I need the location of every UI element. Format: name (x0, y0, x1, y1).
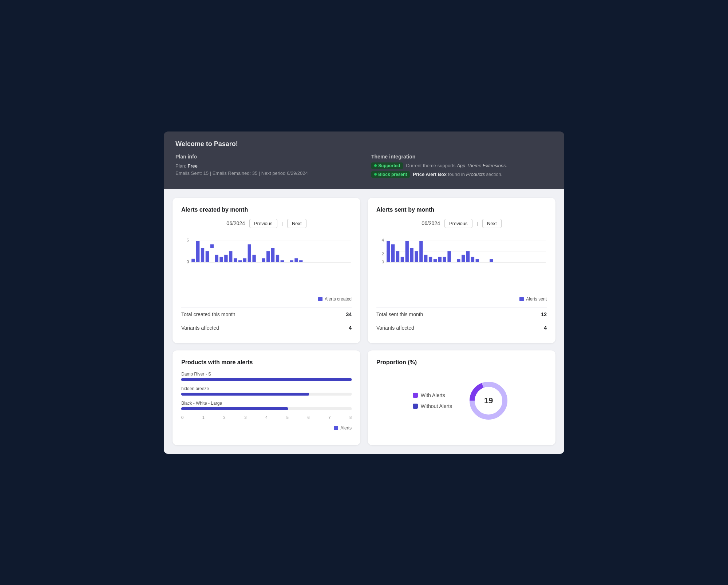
plan-value: Free (187, 163, 197, 169)
alerts-created-legend-dot (318, 297, 323, 301)
hbar-row-2: hidden breeze (181, 386, 352, 396)
alerts-created-legend: Alerts created (181, 297, 352, 302)
alerts-sent-bar-chart: 4 2 0 (376, 234, 547, 292)
alerts-sent-prev-button[interactable]: Previous (444, 219, 472, 228)
proportion-title: Proportion (%) (376, 359, 547, 366)
total-sent-value: 12 (541, 311, 547, 317)
total-sent-row: Total sent this month 12 (376, 307, 547, 321)
products-hbar-chart: Damp River - S hidden breeze Black - Whi… (181, 372, 352, 420)
hbar-track-3 (181, 407, 352, 410)
plan-info-section: Plan info Plan: Free Emails Sent: 15 | E… (175, 154, 357, 180)
donut-center-value: 19 (484, 396, 493, 405)
svg-rect-54 (443, 256, 446, 262)
alerts-sent-nav-sep: | (477, 221, 478, 226)
svg-rect-53 (438, 256, 442, 262)
svg-text:0: 0 (382, 260, 384, 264)
svg-rect-8 (210, 244, 214, 248)
proportion-legend: With Alerts Without Alerts (413, 392, 452, 409)
variants-sent-label: Variants affected (376, 325, 414, 331)
svg-rect-51 (429, 256, 432, 262)
app-title: Welcome to Pasaro! (175, 140, 553, 148)
theme-row2-text: Price Alert Box found in Products sectio… (413, 172, 502, 177)
donut-chart: 19 (467, 379, 510, 423)
svg-rect-44 (396, 251, 399, 262)
alerts-created-svg: 5 0 (181, 234, 352, 292)
theme-integration-section: Theme integration Supported Current them… (371, 154, 553, 180)
svg-rect-10 (219, 256, 223, 262)
svg-rect-20 (266, 251, 270, 262)
svg-rect-14 (238, 260, 242, 262)
alerts-created-prev-button[interactable]: Previous (249, 219, 277, 228)
hbar-fill-1 (181, 378, 352, 381)
alerts-sent-legend-dot (519, 297, 524, 301)
alerts-created-nav-sep: | (282, 221, 283, 226)
alerts-created-chart-header: 06/2024 Previous | Next (181, 219, 352, 228)
svg-rect-4 (191, 259, 195, 262)
svg-rect-22 (276, 255, 279, 262)
usage-line: Emails Sent: 15 | Emails Remained: 35 | … (175, 170, 357, 177)
svg-rect-48 (415, 251, 418, 262)
svg-rect-15 (243, 258, 246, 262)
theme-row1-text: Current theme supports App Theme Extensi… (406, 163, 507, 168)
svg-rect-43 (391, 244, 395, 262)
alerts-sent-title: Alerts sent by month (376, 207, 547, 213)
svg-rect-12 (229, 251, 232, 262)
svg-rect-52 (434, 259, 437, 262)
svg-rect-21 (271, 248, 274, 262)
alerts-sent-card: Alerts sent by month 06/2024 Previous | … (368, 198, 555, 343)
dashboard: Alerts created by month 06/2024 Previous… (164, 189, 564, 454)
prop-legend-without-alerts: Without Alerts (413, 403, 452, 409)
without-alerts-dot (413, 404, 418, 409)
app-container: Welcome to Pasaro! Plan info Plan: Free … (164, 131, 564, 454)
svg-rect-47 (410, 248, 413, 262)
products-card: Products with more alerts Damp River - S… (173, 350, 360, 445)
alerts-created-next-button[interactable]: Next (287, 219, 306, 228)
alerts-created-bar-chart: 5 0 (181, 234, 352, 292)
svg-rect-49 (419, 241, 423, 262)
svg-rect-7 (206, 251, 209, 262)
plan-text: Plan: Free Emails Sent: 15 | Emails Rema… (175, 162, 357, 178)
svg-rect-6 (201, 248, 204, 262)
alerts-created-date: 06/2024 (226, 220, 245, 226)
proportion-body: With Alerts Without Alerts (376, 372, 547, 430)
without-alerts-label: Without Alerts (421, 403, 452, 409)
products-legend-label: Alerts (340, 425, 352, 431)
theme-label: Theme integration (371, 154, 553, 160)
hbar-fill-2 (181, 393, 309, 396)
alerts-sent-next-button[interactable]: Next (482, 219, 502, 228)
variants-created-label: Variants affected (181, 325, 219, 331)
with-alerts-dot (413, 393, 418, 398)
hbar-row-1: Damp River - S (181, 372, 352, 381)
total-sent-label: Total sent this month (376, 311, 423, 317)
alerts-created-legend-label: Alerts created (325, 297, 352, 302)
block-present-badge: Block present (371, 171, 410, 178)
svg-rect-58 (462, 255, 465, 262)
total-created-label: Total created this month (181, 311, 236, 317)
hbar-track-2 (181, 393, 352, 396)
variants-sent-value: 4 (544, 325, 547, 331)
prop-legend-with-alerts: With Alerts (413, 392, 452, 398)
svg-rect-9 (215, 255, 218, 262)
variants-created-value: 4 (349, 325, 352, 331)
svg-rect-27 (299, 260, 302, 262)
svg-rect-11 (224, 255, 228, 262)
svg-rect-25 (290, 260, 293, 262)
svg-rect-45 (401, 256, 404, 262)
alerts-sent-legend: Alerts sent (376, 297, 547, 302)
hbar-label-3: Black - White - Large (181, 401, 352, 406)
hbar-label-2: hidden breeze (181, 386, 352, 391)
supported-dot (374, 164, 377, 167)
svg-rect-17 (252, 255, 256, 262)
svg-rect-55 (447, 251, 451, 262)
svg-rect-59 (466, 251, 470, 262)
theme-row-1: Supported Current theme supports App The… (371, 162, 553, 169)
variants-created-row: Variants affected 4 (181, 321, 352, 334)
alerts-sent-legend-label: Alerts sent (526, 297, 547, 302)
total-created-value: 34 (346, 311, 352, 317)
block-dot (374, 173, 377, 176)
plan-line: Plan: Free (175, 162, 357, 170)
products-title: Products with more alerts (181, 359, 352, 366)
supported-badge: Supported (371, 162, 403, 169)
svg-rect-57 (457, 259, 460, 262)
header: Welcome to Pasaro! Plan info Plan: Free … (164, 131, 564, 189)
